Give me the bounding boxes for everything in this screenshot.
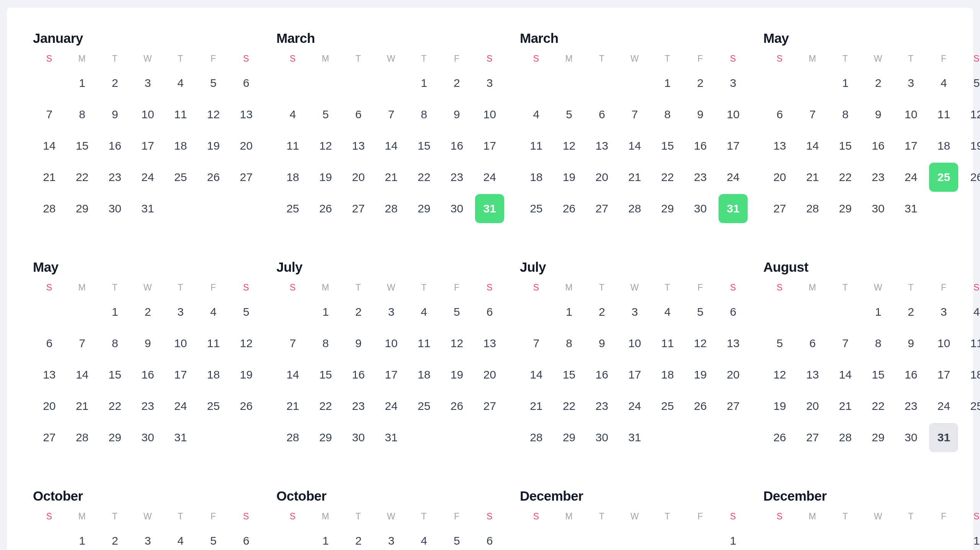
day-cell[interactable]: 25: [651, 390, 684, 422]
day-cell[interactable]: 15: [98, 359, 131, 390]
day-cell[interactable]: 3: [375, 525, 408, 550]
day-cell[interactable]: 16: [342, 359, 375, 390]
day-cell[interactable]: 1: [960, 525, 980, 550]
day-cell[interactable]: 1: [66, 67, 99, 99]
day-cell[interactable]: 2: [895, 296, 928, 328]
day-cell[interactable]: 11: [164, 99, 197, 130]
day-cell[interactable]: 15: [309, 359, 342, 390]
day-cell[interactable]: 10: [895, 99, 928, 130]
day-cell[interactable]: 2: [342, 296, 375, 328]
day-cell[interactable]: 5: [684, 296, 717, 328]
day-cell[interactable]: 28: [276, 422, 309, 453]
day-cell[interactable]: 5: [441, 525, 474, 550]
day-cell[interactable]: 9: [131, 328, 164, 359]
day-cell[interactable]: 25: [276, 193, 309, 224]
day-cell[interactable]: 19: [960, 130, 980, 162]
day-cell[interactable]: 18: [928, 130, 960, 162]
day-cell[interactable]: 30: [684, 193, 717, 224]
day-cell[interactable]: 10: [717, 99, 750, 130]
day-cell[interactable]: 4: [408, 525, 441, 550]
day-cell[interactable]: 8: [862, 328, 895, 359]
day-cell[interactable]: 28: [618, 193, 651, 224]
day-cell[interactable]: 6: [796, 328, 829, 359]
day-cell[interactable]: 18: [651, 359, 684, 390]
day-cell[interactable]: 20: [33, 390, 66, 422]
day-cell[interactable]: 14: [618, 130, 651, 162]
day-cell[interactable]: 7: [375, 99, 408, 130]
day-cell[interactable]: 4: [276, 99, 309, 130]
day-cell[interactable]: 23: [98, 162, 131, 193]
day-cell[interactable]: 26: [553, 193, 586, 224]
day-cell[interactable]: 5: [763, 328, 796, 359]
day-cell[interactable]: 7: [66, 328, 99, 359]
day-cell[interactable]: 3: [131, 67, 164, 99]
day-cell[interactable]: 19: [553, 162, 586, 193]
day-cell[interactable]: 22: [862, 390, 895, 422]
day-cell[interactable]: 1: [717, 525, 750, 550]
day-cell[interactable]: 23: [684, 162, 717, 193]
day-cell[interactable]: 29: [553, 422, 586, 453]
day-cell[interactable]: 6: [717, 296, 750, 328]
day-cell[interactable]: 26: [684, 390, 717, 422]
day-cell[interactable]: 3: [164, 296, 197, 328]
day-cell[interactable]: 6: [473, 525, 506, 550]
day-cell[interactable]: 5: [960, 67, 980, 99]
day-cell[interactable]: 16: [441, 130, 474, 162]
day-cell[interactable]: 18: [164, 130, 197, 162]
day-cell[interactable]: 15: [829, 130, 862, 162]
day-cell[interactable]: 23: [895, 390, 928, 422]
day-cell[interactable]: 4: [960, 296, 980, 328]
day-cell[interactable]: 7: [276, 328, 309, 359]
day-cell[interactable]: 14: [520, 359, 553, 390]
day-cell[interactable]: 13: [717, 328, 750, 359]
day-cell[interactable]: 27: [717, 390, 750, 422]
day-cell[interactable]: 21: [375, 162, 408, 193]
day-cell[interactable]: 26: [960, 162, 980, 193]
day-cell[interactable]: 5: [553, 99, 586, 130]
day-cell[interactable]: 20: [585, 162, 618, 193]
day-cell[interactable]: 23: [585, 390, 618, 422]
day-cell[interactable]: 13: [763, 130, 796, 162]
day-cell[interactable]: 14: [276, 359, 309, 390]
day-cell[interactable]: 29: [862, 422, 895, 453]
day-cell[interactable]: 10: [618, 328, 651, 359]
day-cell[interactable]: 13: [230, 99, 263, 130]
day-cell[interactable]: 8: [98, 328, 131, 359]
day-cell[interactable]: 7: [33, 99, 66, 130]
day-cell[interactable]: 27: [473, 390, 506, 422]
day-cell[interactable]: 27: [33, 422, 66, 453]
day-cell[interactable]: 8: [553, 328, 586, 359]
day-cell[interactable]: 2: [441, 67, 474, 99]
day-cell[interactable]: 21: [276, 390, 309, 422]
day-cell[interactable]: 11: [928, 99, 960, 130]
day-cell[interactable]: 26: [309, 193, 342, 224]
day-cell[interactable]: 11: [276, 130, 309, 162]
day-cell[interactable]: 13: [473, 328, 506, 359]
day-cell[interactable]: 25: [408, 390, 441, 422]
day-cell[interactable]: 25: [928, 162, 960, 193]
day-cell[interactable]: 4: [651, 296, 684, 328]
day-cell[interactable]: 19: [230, 359, 263, 390]
day-cell[interactable]: 8: [66, 99, 99, 130]
day-cell[interactable]: 3: [473, 67, 506, 99]
day-cell[interactable]: 30: [862, 193, 895, 224]
day-cell[interactable]: 3: [717, 67, 750, 99]
day-cell[interactable]: 21: [796, 162, 829, 193]
day-cell[interactable]: 18: [276, 162, 309, 193]
day-cell[interactable]: 30: [131, 422, 164, 453]
day-cell[interactable]: 25: [164, 162, 197, 193]
day-cell[interactable]: 24: [717, 162, 750, 193]
day-cell[interactable]: 3: [895, 67, 928, 99]
day-cell[interactable]: 9: [684, 99, 717, 130]
day-cell[interactable]: 1: [829, 67, 862, 99]
day-cell[interactable]: 13: [796, 359, 829, 390]
day-cell[interactable]: 11: [651, 328, 684, 359]
day-cell[interactable]: 10: [164, 328, 197, 359]
day-cell[interactable]: 31: [375, 422, 408, 453]
day-cell[interactable]: 11: [408, 328, 441, 359]
day-cell[interactable]: 19: [309, 162, 342, 193]
day-cell[interactable]: 20: [473, 359, 506, 390]
day-cell[interactable]: 4: [164, 67, 197, 99]
day-cell[interactable]: 24: [473, 162, 506, 193]
day-cell[interactable]: 1: [309, 296, 342, 328]
